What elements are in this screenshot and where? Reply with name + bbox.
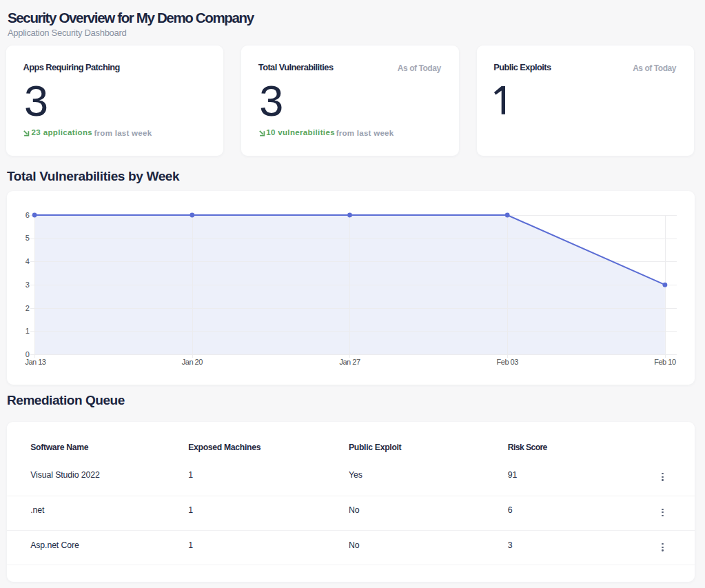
svg-text:Feb 03: Feb 03 bbox=[496, 358, 518, 366]
svg-text:3: 3 bbox=[25, 281, 29, 289]
svg-text:Jan 13: Jan 13 bbox=[25, 358, 45, 366]
svg-text:Jan 20: Jan 20 bbox=[181, 358, 202, 366]
svg-text:Feb 10: Feb 10 bbox=[654, 358, 676, 366]
svg-text:6: 6 bbox=[25, 211, 29, 219]
svg-text:2: 2 bbox=[25, 304, 29, 312]
svg-text:1: 1 bbox=[25, 327, 29, 336]
svg-text:5: 5 bbox=[25, 234, 29, 243]
svg-text:4: 4 bbox=[25, 257, 29, 265]
svg-text:Jan 27: Jan 27 bbox=[339, 358, 360, 366]
